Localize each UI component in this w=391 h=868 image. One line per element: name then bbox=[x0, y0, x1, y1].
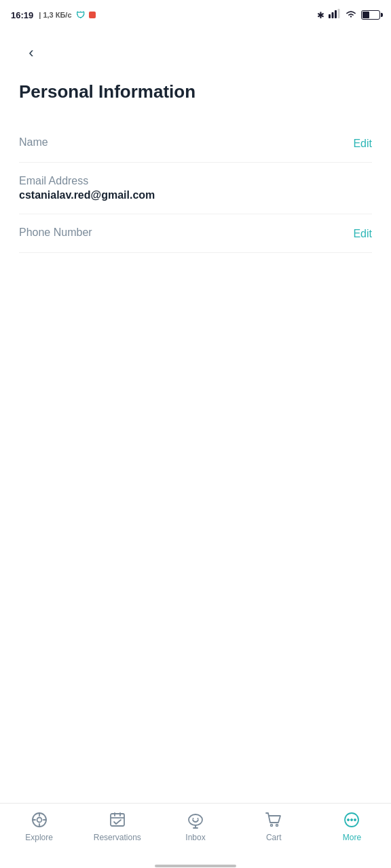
explore-label: Explore bbox=[25, 833, 53, 842]
home-indicator-bar bbox=[155, 865, 236, 867]
vpn-icon: 🛡 bbox=[76, 10, 85, 20]
svg-point-6 bbox=[37, 818, 41, 823]
more-label: More bbox=[343, 833, 361, 842]
battery-icon bbox=[361, 10, 380, 20]
svg-point-4 bbox=[350, 16, 352, 17]
status-left: 16:19 | 1,3 КБ/с 🛡 bbox=[11, 10, 96, 20]
status-time: 16:19 bbox=[11, 10, 33, 20]
svg-point-9 bbox=[198, 818, 199, 819]
phone-row: Phone Number Edit bbox=[19, 214, 372, 253]
nav-item-more[interactable]: More bbox=[313, 810, 391, 842]
svg-point-13 bbox=[348, 819, 350, 821]
back-button[interactable]: ‹ bbox=[19, 41, 43, 65]
nav-item-explore[interactable]: Explore bbox=[0, 810, 78, 842]
svg-point-14 bbox=[351, 819, 353, 821]
svg-point-8 bbox=[193, 818, 194, 819]
page-title: Personal Information bbox=[19, 81, 372, 102]
reservations-icon bbox=[108, 810, 127, 829]
nav-item-inbox[interactable]: Inbox bbox=[156, 810, 234, 842]
back-arrow-icon: ‹ bbox=[29, 44, 33, 62]
svg-point-11 bbox=[276, 825, 278, 827]
phone-label: Phone Number bbox=[19, 226, 92, 239]
phone-edit-button[interactable]: Edit bbox=[353, 228, 372, 240]
cart-label: Cart bbox=[266, 833, 282, 842]
indicator-icon bbox=[89, 12, 96, 18]
email-field-left: Email Address cstanialav.red@gmail.com bbox=[19, 175, 155, 201]
svg-point-15 bbox=[354, 819, 356, 821]
bluetooth-icon: ✱ bbox=[317, 10, 324, 20]
home-indicator bbox=[0, 864, 391, 868]
status-bar: 16:19 | 1,3 КБ/с 🛡 ✱ bbox=[0, 0, 391, 30]
bottom-nav: Explore Reservations Inbo bbox=[0, 803, 391, 864]
main-content: ‹ Personal Information Name Edit Email A… bbox=[0, 30, 391, 803]
email-value: cstanialav.red@gmail.com bbox=[19, 189, 155, 201]
nav-item-cart[interactable]: Cart bbox=[235, 810, 313, 842]
svg-point-10 bbox=[271, 825, 273, 827]
wifi-icon bbox=[345, 9, 357, 21]
explore-icon bbox=[30, 810, 49, 829]
nav-item-reservations[interactable]: Reservations bbox=[78, 810, 156, 842]
email-label: Email Address bbox=[19, 175, 155, 187]
name-label: Name bbox=[19, 136, 48, 149]
svg-rect-1 bbox=[332, 12, 334, 18]
name-field-left: Name bbox=[19, 136, 48, 149]
name-row: Name Edit bbox=[19, 124, 372, 163]
name-edit-button[interactable]: Edit bbox=[353, 138, 372, 150]
inbox-icon bbox=[186, 810, 205, 829]
more-icon bbox=[342, 810, 361, 829]
svg-rect-0 bbox=[329, 14, 331, 18]
inbox-label: Inbox bbox=[185, 833, 205, 842]
cart-icon bbox=[264, 810, 283, 829]
phone-field-left: Phone Number bbox=[19, 226, 92, 239]
status-network: | 1,3 КБ/с bbox=[39, 11, 71, 19]
svg-rect-3 bbox=[338, 9, 340, 18]
email-row: Email Address cstanialav.red@gmail.com bbox=[19, 163, 372, 214]
svg-rect-2 bbox=[335, 10, 337, 18]
signal-icon bbox=[329, 9, 341, 21]
svg-rect-7 bbox=[111, 814, 124, 826]
reservations-label: Reservations bbox=[94, 833, 141, 842]
status-right: ✱ bbox=[317, 9, 380, 21]
